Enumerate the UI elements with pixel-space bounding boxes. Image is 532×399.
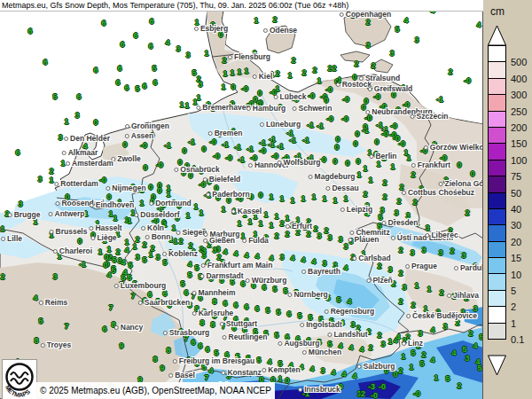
legend-color-box — [488, 208, 506, 225]
temp-value: 3 — [421, 246, 426, 254]
temp-value: 4 — [430, 325, 434, 334]
temp-value: 6 — [254, 304, 259, 313]
temp-value: -0 — [308, 91, 315, 100]
temp-value: 0 — [285, 376, 289, 385]
temp-value: 6 — [142, 82, 146, 90]
temp-value: 4 — [331, 368, 335, 377]
temp-value: 2 — [398, 366, 403, 375]
city-label: Bielefeld — [203, 175, 240, 184]
city-label: Regensburg — [325, 307, 375, 316]
temp-value: 3 — [58, 133, 62, 142]
temp-value: 8 — [153, 355, 157, 364]
temp-value: 3 — [279, 253, 284, 262]
legend-tick-label: 400 — [511, 74, 527, 84]
temp-value: 6 — [184, 288, 188, 297]
temp-value: 8 — [212, 297, 216, 306]
city-label: Rotterdam — [54, 179, 98, 188]
city-label: Bonn — [145, 232, 171, 241]
temp-value: 3 — [135, 253, 139, 262]
temp-value: 1 — [317, 76, 321, 85]
attribution: © 2025 Metmaps.eu (AGB), OpenStreetMap, … — [36, 382, 275, 399]
temp-value: 3 — [380, 340, 385, 348]
temp-value: 2 — [313, 224, 317, 233]
temp-value: 2 — [457, 381, 461, 390]
temp-value: 6 — [102, 325, 106, 333]
city-label: Carlsbad — [352, 254, 390, 262]
legend-tick-label: 15 — [511, 253, 521, 263]
temp-value: 4 — [121, 258, 125, 267]
city-label: Landshut — [327, 330, 367, 339]
city-label: Nijmegen — [106, 184, 145, 192]
temp-value: 1 — [376, 160, 380, 168]
temp-value: 0 — [353, 139, 357, 148]
temp-value: 6 — [27, 27, 32, 35]
city-label: Troyes — [41, 340, 71, 349]
temp-value: 1 — [49, 176, 53, 184]
temp-value: 0 — [148, 183, 153, 192]
city-label: Osnabrück — [174, 165, 219, 174]
temp-value: 6 — [244, 302, 248, 311]
city-label: Koblenz — [162, 249, 198, 258]
city-label: Den Helder — [64, 134, 110, 143]
city-label: Szczecin — [411, 112, 449, 121]
temp-value: -1 — [188, 137, 195, 146]
temp-value: 3 — [418, 329, 422, 338]
city-label: Charleroi — [53, 246, 92, 255]
temp-value: 5 — [276, 308, 280, 317]
city-label: Nürnberg — [287, 290, 327, 299]
temp-value: 7 — [130, 292, 135, 301]
temp-value: 4 — [359, 345, 364, 354]
temp-value: 3 — [185, 51, 190, 59]
city-label: Jihlava — [447, 291, 479, 300]
city-label: Magdeburg — [309, 172, 356, 181]
legend-colorbar — [488, 46, 506, 340]
city-label: Strasbourg — [163, 328, 209, 337]
temp-value: 3 — [52, 272, 57, 281]
temp-value: 5 — [162, 258, 167, 267]
legend-color-box — [488, 241, 506, 258]
temp-value: 4 — [348, 343, 353, 352]
temp-value: 1 — [0, 224, 4, 233]
temp-value: 5 — [52, 92, 57, 101]
temp-value: 1 — [221, 82, 225, 91]
city-label: Antwerp — [49, 209, 85, 218]
temp-value: 5 — [336, 295, 340, 304]
temp-value: 3 — [37, 175, 42, 184]
temp-value: 3 — [201, 246, 206, 255]
temp-value: 2 — [398, 297, 403, 306]
temp-value: 2 — [275, 69, 279, 78]
temp-value: 5 — [265, 306, 270, 315]
legend-color-box — [488, 290, 506, 307]
temp-value: 0 — [364, 97, 368, 106]
legend-unit-label: cm — [490, 5, 505, 18]
city-label: Saarbrücken — [138, 298, 191, 307]
temp-value: 2 — [468, 329, 473, 338]
temp-value: -0 — [390, 121, 397, 130]
temp-value: -0 — [341, 114, 348, 123]
city-label: Kempten — [262, 365, 300, 374]
temp-value: 6 — [198, 341, 202, 350]
temp-value: 1 — [237, 219, 241, 228]
temp-value: 5 — [462, 345, 466, 354]
metmaps-logo-icon: METMAPS — [3, 360, 36, 399]
temp-value: -0 — [140, 141, 147, 150]
temp-value: 4 — [233, 249, 238, 258]
city-label: Gießen — [203, 236, 235, 245]
temp-value: 1 — [414, 281, 419, 290]
temp-value: 6 — [101, 19, 106, 27]
city-label: Liège — [90, 233, 116, 242]
temp-value: 3 — [338, 235, 342, 244]
temp-value: 4 — [343, 263, 348, 272]
temp-value: 4 — [223, 247, 227, 256]
legend-tick-label: 2 — [511, 301, 516, 312]
temp-value: 1 — [368, 176, 372, 184]
temp-value: 1 — [401, 352, 405, 361]
legend-color-box — [488, 273, 506, 290]
temp-value: 1 — [247, 217, 252, 226]
temp-value: 1 — [148, 250, 153, 259]
temp-value: 4 — [165, 38, 169, 47]
city-label: Fulda — [242, 236, 269, 245]
temp-value: 1 — [127, 216, 131, 225]
temp-value: 5 — [180, 279, 184, 288]
temp-value: 4 — [311, 257, 316, 266]
